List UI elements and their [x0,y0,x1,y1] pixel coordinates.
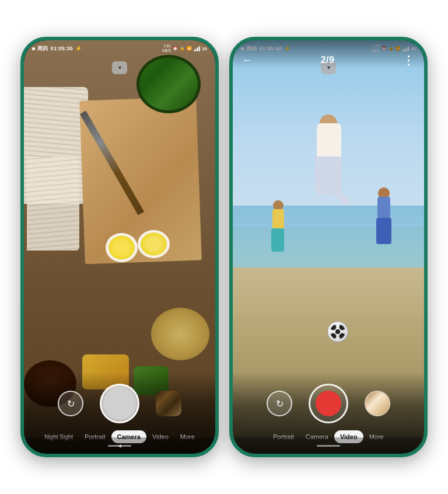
gallery-button-2[interactable] [365,391,390,416]
player-bg-left [268,197,288,256]
phone-2: 周四 01:05:40 ⚡ 2.09 KB/S ⏰ 🔒 📶 [229,37,428,457]
speed-1: 2.81 KB/S [162,44,171,53]
status-time-1: 01:05:35 [51,46,73,51]
phone-1-frame: 周四 01:05:35 ⚡ 2.81 KB/S ⏰ 🔒 📶 [20,37,219,457]
back-button-2[interactable]: ← [242,54,253,67]
egg-half-1 [106,233,138,262]
photo-counter: 2/9 [321,55,335,65]
nav-indicator-2 [317,445,340,447]
status-left-1: 周四 01:05:35 ⚡ [32,45,82,53]
chevron-down-icon: ▾ [118,65,121,71]
status-day-1: 周四 [37,45,48,53]
battery-1: 16 [202,46,207,51]
nav-back-icon-1[interactable]: ◂ [118,441,121,450]
player-body [317,123,341,158]
camera-buttons-row-1: ↻ [58,384,181,423]
more-options-button[interactable]: ⋮ [402,53,415,67]
nav-bar-2 [233,437,424,454]
photo-top-bar: ← 2/9 ⋮ [233,40,424,68]
lock-icon-1: 🔒 [180,46,185,51]
flash-icon: ⚡ [75,46,82,51]
sim-icon-1: 📶 [187,46,192,51]
gallery-button-1[interactable] [156,391,181,416]
bar4 [199,46,200,51]
bar2 [195,48,197,51]
grain-bowl [151,308,209,360]
noodles-2 [27,157,79,251]
nav-bar-1: ◂ [24,437,215,454]
phone-2-screen: 周四 01:05:40 ⚡ 2.09 KB/S ⏰ 🔒 📶 [233,40,424,454]
phone-2-frame: 周四 01:05:40 ⚡ 2.09 KB/S ⏰ 🔒 📶 [229,37,428,457]
flip-camera-button-1[interactable]: ↻ [58,391,83,416]
phone-1: 周四 01:05:35 ⚡ 2.81 KB/S ⏰ 🔒 📶 [20,37,219,457]
dot-icon [32,47,35,50]
shutter-inner-1 [103,387,136,420]
phone-1-screen: 周四 01:05:35 ⚡ 2.81 KB/S ⏰ 🔒 📶 [24,40,215,454]
player-bg-right [373,185,395,249]
ball-pattern [330,324,345,339]
bar1 [194,50,195,51]
soccer-ball [327,321,348,342]
gallery-thumb-1 [156,391,181,416]
record-dot-icon [316,391,341,416]
shutter-button-1[interactable] [100,384,139,423]
veggies-inner [139,58,198,110]
player-main [302,114,355,231]
gallery-thumb-inner [366,392,389,415]
flip-camera-icon-2: ↻ [276,398,284,409]
bar3 [197,47,198,51]
egg-half-2 [138,230,170,258]
alarm-icon-1: ⏰ [173,46,178,51]
signal-1 [194,46,200,51]
status-right-1: 2.81 KB/S ⏰ 🔒 📶 16 [162,44,207,53]
flip-camera-button-2[interactable]: ↻ [267,391,292,416]
camera-buttons-row-2: ↻ [267,384,390,423]
dropdown-chevron-1[interactable]: ▾ [112,61,127,74]
record-button[interactable] [309,384,348,423]
flip-camera-icon-1: ↻ [67,398,75,409]
veggies-bowl [136,55,201,113]
status-bar-1: 周四 01:05:35 ⚡ 2.81 KB/S ⏰ 🔒 📶 [24,40,215,57]
